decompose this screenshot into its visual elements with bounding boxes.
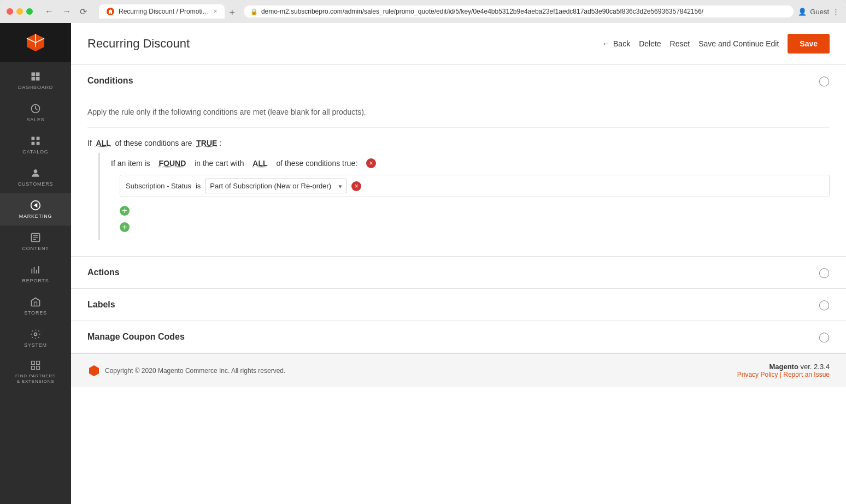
url-text: demo-m2.subscribepro.com/admin/sales_rul… xyxy=(261,8,787,15)
sidebar-label-sales: SALES xyxy=(26,117,44,122)
condition-operator-label: is xyxy=(196,182,201,190)
labels-toggle-icon: ◯ xyxy=(819,299,830,311)
sidebar-item-stores[interactable]: STORES xyxy=(0,290,71,322)
sidebar-item-system[interactable]: SYSTEM xyxy=(0,322,71,354)
new-tab-button[interactable]: + xyxy=(225,7,239,19)
coupon-section: Manage Coupon Codes ◯ xyxy=(71,321,846,353)
save-continue-button[interactable]: Save and Continue Edit xyxy=(698,39,779,48)
sidebar: DASHBOARD SALES CATALOG CUSTOMERS MARKET… xyxy=(0,23,71,504)
labels-title: Labels xyxy=(87,300,115,310)
add-condition-btn-1[interactable]: + xyxy=(120,206,130,216)
sidebar-item-catalog[interactable]: CATALOG xyxy=(0,129,71,161)
browser-tabs: Recurring Discount / Promoti… × + xyxy=(99,4,239,19)
conditions-description: Apply the rule only if the following con… xyxy=(87,108,830,128)
browser-dots xyxy=(7,8,33,15)
browser-menu-icon[interactable]: ⋮ xyxy=(832,8,839,16)
nav-back[interactable]: ← xyxy=(42,5,57,18)
svg-rect-0 xyxy=(32,73,36,76)
logic-if: If xyxy=(87,139,92,147)
sidebar-item-find-partners[interactable]: FIND PARTNERS& EXTENSIONS xyxy=(0,354,71,390)
page-footer: Copyright © 2020 Magento Commerce Inc. A… xyxy=(71,353,846,387)
footer-right: Magento ver. 2.3.4 Privacy Policy | Repo… xyxy=(737,363,830,378)
condition-if-item: If an item is FOUND in the cart with ALL… xyxy=(111,158,830,168)
dot-minimize[interactable] xyxy=(16,8,23,15)
condition-value-select[interactable]: Part of Subscription (New or Re-order) N… xyxy=(205,179,347,193)
svg-rect-11 xyxy=(37,366,40,370)
lock-icon: 🔒 xyxy=(250,8,258,15)
svg-rect-3 xyxy=(36,77,40,81)
sidebar-item-customers[interactable]: CUSTOMERS xyxy=(0,161,71,193)
footer-copyright: Copyright © 2020 Magento Commerce Inc. A… xyxy=(105,367,285,375)
actions-toggle-icon: ◯ xyxy=(819,266,830,278)
sidebar-label-reports: REPORTS xyxy=(22,278,49,283)
coupon-section-header[interactable]: Manage Coupon Codes ◯ xyxy=(71,321,846,353)
back-arrow-icon: ← xyxy=(602,39,610,48)
actions-title: Actions xyxy=(87,268,120,277)
footer-version: Magento ver. 2.3.4 xyxy=(737,363,830,371)
page-title: Recurring Discount xyxy=(87,37,190,51)
tab-title: Recurring Discount / Promoti… xyxy=(119,8,209,15)
footer-logo-area: Copyright © 2020 Magento Commerce Inc. A… xyxy=(87,364,285,377)
user-label: Guest xyxy=(810,8,829,16)
reset-button[interactable]: Reset xyxy=(670,39,690,48)
privacy-policy-link[interactable]: Privacy Policy xyxy=(737,371,778,378)
nav-forward[interactable]: → xyxy=(59,5,74,18)
svg-rect-1 xyxy=(36,73,40,76)
labels-section-header[interactable]: Labels ◯ xyxy=(71,289,846,321)
add-condition-btn-2[interactable]: + xyxy=(120,222,130,232)
all-keyword[interactable]: ALL xyxy=(252,159,267,168)
footer-links: Privacy Policy | Report an Issue xyxy=(737,371,830,378)
sidebar-label-customers: CUSTOMERS xyxy=(18,181,54,187)
svg-rect-9 xyxy=(37,361,40,365)
browser-nav: ← → ⟳ xyxy=(42,5,90,18)
conditions-section-header[interactable]: Conditions ◯ xyxy=(71,65,846,97)
remove-row-btn[interactable]: × xyxy=(351,181,361,191)
svg-point-5 xyxy=(34,169,38,173)
active-tab[interactable]: Recurring Discount / Promoti… × xyxy=(99,4,225,19)
footer-separator: | xyxy=(780,371,782,378)
back-button[interactable]: ← Back xyxy=(602,39,630,48)
sidebar-label-marketing: MARKETING xyxy=(19,214,52,219)
dot-close[interactable] xyxy=(7,8,13,15)
sidebar-label-dashboard: DASHBOARD xyxy=(18,85,53,90)
remove-condition-btn[interactable]: × xyxy=(366,158,376,168)
actions-section: Actions ◯ xyxy=(71,257,846,289)
sidebar-item-sales[interactable]: SALES xyxy=(0,97,71,129)
main-content: Recurring Discount ← Back Delete Reset S… xyxy=(71,23,846,504)
svg-rect-2 xyxy=(32,77,36,81)
conditions-toggle-icon: ◯ xyxy=(819,75,830,87)
logic-true-keyword[interactable]: TRUE xyxy=(196,139,217,147)
report-issue-link[interactable]: Report an Issue xyxy=(783,371,830,378)
condition-select-wrapper: Part of Subscription (New or Re-order) N… xyxy=(205,179,347,193)
sidebar-item-reports[interactable]: REPORTS xyxy=(0,258,71,290)
tab-close-btn[interactable]: × xyxy=(213,8,217,15)
sidebar-label-catalog: CATALOG xyxy=(22,149,48,155)
actions-section-header[interactable]: Actions ◯ xyxy=(71,257,846,288)
labels-section: Labels ◯ xyxy=(71,289,846,321)
tab-favicon xyxy=(107,8,114,15)
nav-refresh[interactable]: ⟳ xyxy=(77,5,90,18)
sidebar-logo xyxy=(0,23,71,62)
user-icon: 👤 xyxy=(798,8,807,16)
save-button[interactable]: Save xyxy=(788,34,830,54)
condition-row-label: Subscription - Status xyxy=(126,182,191,190)
conditions-title: Conditions xyxy=(87,76,133,86)
svg-point-7 xyxy=(34,333,37,336)
sidebar-label-stores: STORES xyxy=(24,310,47,316)
sidebar-item-marketing[interactable]: MARKETING xyxy=(0,193,71,226)
conditions-section: Conditions ◯ Apply the rule only if the … xyxy=(71,65,846,257)
address-bar[interactable]: 🔒 demo-m2.subscribepro.com/admin/sales_r… xyxy=(244,5,794,17)
sidebar-item-dashboard[interactable]: DASHBOARD xyxy=(0,64,71,97)
dot-maximize[interactable] xyxy=(26,8,33,15)
coupon-title: Manage Coupon Codes xyxy=(87,332,185,342)
condition-row: Subscription - Status is Part of Subscri… xyxy=(120,175,830,197)
browser-toolbar: ← → ⟳ Recurring Discount / Promoti… × + … xyxy=(0,4,846,23)
logic-of-these: of these conditions are xyxy=(115,139,192,147)
condition-logic-line: If ALL of these conditions are TRUE : xyxy=(87,139,830,147)
sidebar-item-content[interactable]: CONTENT xyxy=(0,226,71,258)
coupon-toggle-icon: ◯ xyxy=(819,331,830,343)
page-header: Recurring Discount ← Back Delete Reset S… xyxy=(71,23,846,65)
delete-button[interactable]: Delete xyxy=(639,39,661,48)
logic-all-keyword[interactable]: ALL xyxy=(96,139,111,147)
found-keyword[interactable]: FOUND xyxy=(158,159,186,168)
